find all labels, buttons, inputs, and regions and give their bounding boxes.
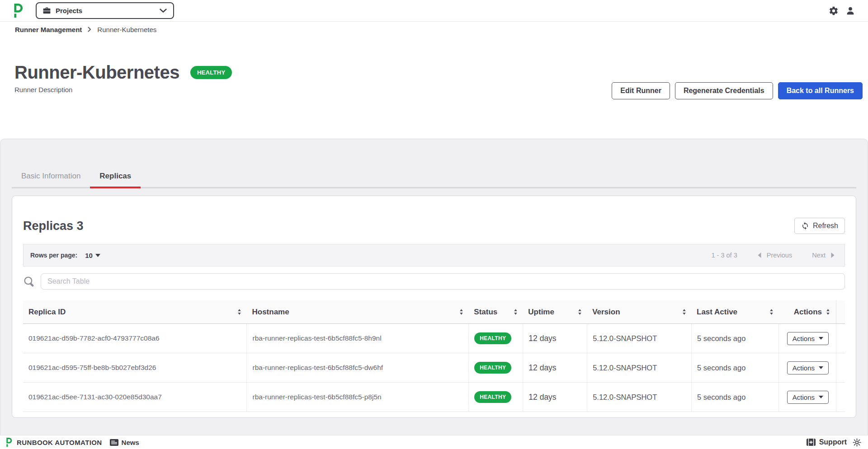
tab-basic-information[interactable]: Basic Information (12, 172, 90, 188)
regenerate-credentials-button[interactable]: Regenerate Credentials (675, 82, 773, 99)
caret-down-icon (819, 366, 823, 369)
cell-actions: Actions (778, 324, 836, 353)
search-icon (23, 276, 35, 288)
table-row: 019621ac-d5ee-7131-ac30-020e85d30aa7 rba… (23, 383, 845, 412)
sort-icon (513, 309, 518, 315)
chevron-left-icon (757, 252, 762, 258)
column-header-replica-id[interactable]: Replica ID (23, 300, 246, 323)
table-header: Replica IDHostnameStatusUptimeVersionLas… (23, 300, 845, 324)
chevron-down-icon (160, 9, 167, 13)
table-row: 019621ac-d595-75ff-be8b-5b027ebf3d26 rba… (23, 353, 845, 383)
pagerduty-logo-icon (5, 438, 12, 447)
breadcrumb-current: Runner-Kubernetes (97, 26, 156, 33)
back-to-all-runners-button[interactable]: Back to all Runners (778, 82, 863, 99)
page-title: Runner-Kubernetes (14, 62, 179, 83)
sort-icon (682, 309, 687, 315)
cell-actions: Actions (778, 383, 836, 412)
cell-hostname: rba-runner-replicas-test-6b5cf88fc5-p8j5… (246, 383, 468, 412)
cell-version: 5.12.0-SNAPSHOT (587, 353, 691, 382)
row-actions-button[interactable]: Actions (787, 332, 829, 345)
sort-icon (769, 309, 774, 315)
cell-last-active: 5 seconds ago (691, 324, 778, 353)
caret-down-icon (819, 396, 823, 398)
pagination-bar: Rows per page: 10 1 - 3 of 3 Previous Ne… (23, 244, 845, 267)
status-badge: HEALTHY (474, 332, 511, 344)
cell-last-active: 5 seconds ago (691, 353, 778, 382)
pagerduty-logo-icon (13, 4, 23, 18)
column-label: Status (474, 308, 497, 317)
chevron-right-icon (88, 27, 91, 32)
column-label: Actions (794, 308, 822, 317)
page-header: Runner-Kubernetes HEALTHY Runner Descrip… (0, 37, 868, 139)
row-actions-button[interactable]: Actions (787, 361, 829, 374)
cell-replica-id: 019621ac-d595-75ff-be8b-5b027ebf3d26 (23, 353, 246, 382)
status-badge: HEALTHY (474, 362, 511, 374)
search-table-input[interactable] (41, 273, 845, 290)
column-header-hostname[interactable]: Hostname (246, 300, 468, 323)
refresh-label: Refresh (813, 222, 838, 230)
next-page-button[interactable]: Next (812, 252, 835, 259)
projects-dropdown-label: Projects (56, 7, 155, 14)
column-header-last-active[interactable]: Last Active (691, 300, 778, 323)
runner-detail-panel: Basic Information Replicas Replicas 3 Re… (0, 139, 868, 435)
settings-gear-icon[interactable] (853, 438, 861, 447)
cell-actions: Actions (778, 353, 836, 382)
sort-icon (577, 309, 582, 315)
settings-gear-icon[interactable] (829, 6, 839, 16)
sort-icon (459, 309, 464, 315)
header-action-buttons: Edit Runner Regenerate Credentials Back … (612, 82, 863, 99)
cell-replica-id: 019621ac-d5ee-7131-ac30-020e85d30aa7 (23, 383, 246, 412)
column-label: Replica ID (28, 308, 66, 317)
footer-right: Support (807, 438, 861, 447)
column-header-uptime[interactable]: Uptime (523, 300, 587, 323)
support-icon (807, 439, 816, 446)
refresh-button[interactable]: Refresh (794, 218, 845, 234)
rows-per-page-label: Rows per page: (30, 252, 77, 259)
footer: RUNBOOK AUTOMATION News Support (0, 435, 868, 449)
column-header-actions[interactable]: Actions (778, 300, 836, 323)
table-right-gutter (836, 383, 847, 412)
cell-version: 5.12.0-SNAPSHOT (587, 383, 691, 412)
column-label: Last Active (697, 308, 737, 317)
tab-replicas[interactable]: Replicas (90, 172, 141, 188)
pagination-range: 1 - 3 of 3 (712, 252, 737, 259)
edit-runner-button[interactable]: Edit Runner (612, 82, 670, 99)
table-header-gutter (836, 300, 846, 323)
caret-down-icon (819, 337, 823, 340)
replicas-card: Replicas 3 Refresh Rows per page: 10 1 -… (12, 196, 856, 418)
table-search-row (23, 273, 845, 290)
column-header-version[interactable]: Version (587, 300, 691, 323)
footer-news-link[interactable]: News (110, 439, 139, 446)
cell-uptime: 12 days (523, 353, 587, 382)
cell-status: HEALTHY (468, 353, 523, 382)
replicas-table: Replica IDHostnameStatusUptimeVersionLas… (23, 300, 845, 412)
news-icon (110, 439, 118, 446)
cell-version: 5.12.0-SNAPSHOT (587, 324, 691, 353)
refresh-icon (801, 222, 809, 230)
cell-status: HEALTHY (468, 383, 523, 412)
footer-support-link[interactable]: Support (807, 438, 847, 446)
cell-replica-id: 019621ac-d59b-7782-acf0-4793777c08a6 (23, 324, 246, 353)
replicas-heading: Replicas 3 (23, 219, 84, 233)
sort-icon (826, 309, 830, 315)
rows-per-page-select[interactable]: 10 (85, 252, 100, 259)
breadcrumb-runner-management[interactable]: Runner Management (15, 26, 82, 33)
previous-page-button[interactable]: Previous (757, 252, 792, 259)
column-label: Hostname (252, 308, 289, 317)
tab-bar: Basic Information Replicas (12, 172, 856, 188)
user-account-icon[interactable] (845, 6, 855, 16)
briefcase-icon (43, 7, 51, 14)
cell-last-active: 5 seconds ago (691, 383, 778, 412)
caret-down-icon (95, 254, 100, 257)
topbar-right-icons (829, 6, 855, 16)
table-body: 019621ac-d59b-7782-acf0-4793777c08a6 rba… (23, 324, 845, 412)
cell-uptime: 12 days (523, 383, 587, 412)
status-badge: HEALTHY (474, 391, 511, 403)
table-row: 019621ac-d59b-7782-acf0-4793777c08a6 rba… (23, 324, 845, 353)
sort-icon (237, 309, 242, 315)
row-actions-button[interactable]: Actions (787, 391, 829, 404)
column-header-status[interactable]: Status (468, 300, 523, 323)
projects-dropdown[interactable]: Projects (36, 2, 174, 19)
breadcrumb: Runner Management Runner-Kubernetes (0, 22, 868, 37)
column-label: Version (592, 308, 620, 317)
